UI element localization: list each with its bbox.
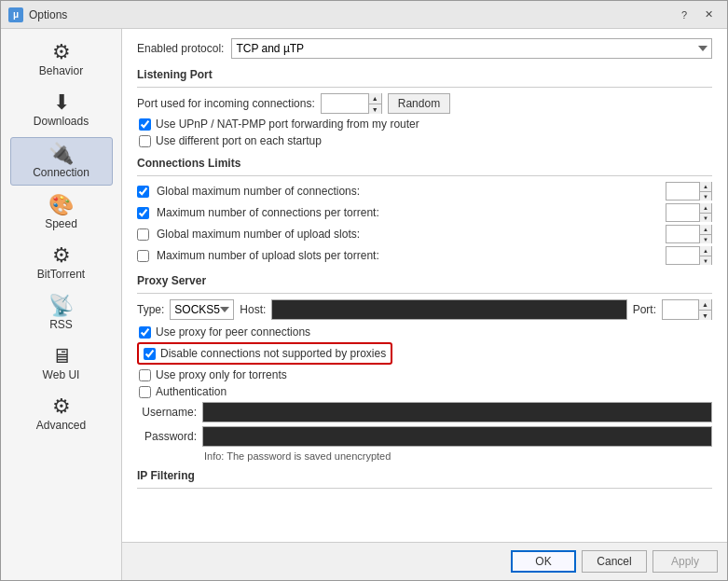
port-input[interactable]: 51503 [322,94,368,113]
downloads-icon: ⬇ [53,92,70,113]
use-proxy-peer-row: Use proxy for peer connections [139,325,712,339]
sidebar-label-rss: RSS [49,318,73,331]
limit-spin-buttons-3: ▲ ▼ [699,246,711,265]
sidebar-item-downloads[interactable]: ⬇ Downloads [10,87,113,133]
proxy-type-select[interactable]: SOCKS5 [170,299,234,320]
sidebar-item-advanced[interactable]: ⚙ Advanced [10,391,113,437]
limit-checkbox-2[interactable] [137,228,149,241]
diff-port-checkbox[interactable] [139,135,151,147]
proxy-port-input[interactable]: 1080 [663,300,698,319]
sidebar-label-bittorrent: BitTorrent [37,268,85,281]
disable-connections-label[interactable]: Disable connections not supported by pro… [160,347,386,360]
proxy-host-input[interactable] [271,299,626,320]
cancel-button[interactable]: Cancel [582,550,647,573]
sidebar-label-webui: Web UI [43,368,80,381]
ip-filtering-section-label: IP Filtering [137,469,712,482]
username-input[interactable] [202,402,712,422]
limit-spin-up-1[interactable]: ▲ [699,203,711,213]
speed-icon: 🎨 [48,195,74,215]
window-title: Options [29,8,673,21]
password-input[interactable] [202,426,712,447]
limit-spinner-3[interactable]: 4 ▲ ▼ [666,246,712,265]
limit-label-0[interactable]: Global maximum number of connections: [157,185,658,198]
upnp-checkbox[interactable] [139,118,151,131]
sidebar-item-connection[interactable]: 🔌 Connection [10,137,113,186]
limit-input-3[interactable]: 4 [666,247,699,264]
webui-icon: 🖥 [51,346,72,367]
diff-port-row: Use different port on each startup [139,134,712,147]
sidebar-item-bittorrent[interactable]: ⚙ BitTorrent [10,240,113,286]
proxy-type-row: Type: SOCKS5 Host: Port: 1080 ▲ ▼ [137,299,712,320]
limit-spin-down-3[interactable]: ▼ [699,256,711,265]
sidebar-label-behavior: Behavior [39,64,83,77]
port-spin-up[interactable]: ▲ [368,93,381,104]
limit-spinner-2[interactable]: 8 ▲ ▼ [666,225,712,243]
disable-connections-row: Disable connections not supported by pro… [137,342,392,365]
ip-filtering-divider [137,488,712,489]
port-spin-down[interactable]: ▼ [368,104,381,114]
upnp-row: Use UPnP / NAT-PMP port forwarding from … [139,118,712,131]
bittorrent-icon: ⚙ [52,245,71,266]
use-proxy-peer-checkbox[interactable] [139,326,151,339]
random-button[interactable]: Random [388,93,450,114]
ok-button[interactable]: OK [511,550,576,573]
limit-spin-down-2[interactable]: ▼ [699,234,711,243]
limit-spin-buttons-0: ▲ ▼ [699,182,711,201]
limit-label-3[interactable]: Maximum number of upload slots per torre… [157,249,658,262]
help-button[interactable]: ? [673,6,695,24]
proxy-only-row: Use proxy only for torrents [139,368,712,381]
listening-port-section-label: Listening Port [137,68,712,81]
apply-button[interactable]: Apply [652,550,718,573]
limit-label-1[interactable]: Maximum number of connections per torren… [157,206,658,219]
authentication-checkbox[interactable] [139,386,151,398]
limit-input-1[interactable]: 100 [666,204,699,221]
limit-checkbox-3[interactable] [137,250,149,262]
sidebar-item-speed[interactable]: 🎨 Speed [10,189,113,236]
password-label: Password: [137,430,197,443]
sidebar-label-connection: Connection [33,166,89,179]
disable-connections-checkbox[interactable] [144,348,156,360]
limit-spin-buttons-1: ▲ ▼ [699,203,711,222]
sidebar-label-downloads: Downloads [34,115,89,128]
limit-spin-up-0[interactable]: ▲ [699,182,711,191]
protocol-select[interactable]: TCP and µTP [231,38,712,59]
limit-spin-up-2[interactable]: ▲ [699,225,711,234]
sidebar-item-webui[interactable]: 🖥 Web UI [10,340,113,387]
content-area: ⚙ Behavior ⬇ Downloads 🔌 Connection 🎨 Sp… [1,29,727,580]
close-button[interactable]: ✕ [697,6,720,24]
scroll-spacer [137,494,712,532]
limit-row-2: Global maximum number of upload slots: 8… [137,225,712,243]
sidebar-item-behavior[interactable]: ⚙ Behavior [10,36,113,83]
limit-checkbox-1[interactable] [137,207,149,219]
limit-label-2[interactable]: Global maximum number of upload slots: [157,228,658,241]
port-spinner[interactable]: 51503 ▲ ▼ [321,93,382,114]
limit-spinner-1[interactable]: 100 ▲ ▼ [666,203,712,222]
authentication-row: Authentication [139,385,712,398]
sidebar-item-rss[interactable]: 📡 RSS [10,290,113,337]
limit-spin-up-3[interactable]: ▲ [699,246,711,256]
diff-port-label[interactable]: Use different port on each startup [156,134,322,147]
connections-divider [137,175,712,176]
proxy-port-down[interactable]: ▼ [698,310,711,320]
listening-divider [137,87,712,88]
proxy-section-label: Proxy Server [137,274,712,287]
limit-spin-down-1[interactable]: ▼ [699,213,711,222]
proxy-port-label: Port: [633,303,656,316]
main-scroll[interactable]: Enabled protocol: TCP and µTP Listening … [122,29,727,542]
upnp-label[interactable]: Use UPnP / NAT-PMP port forwarding from … [156,118,419,131]
use-proxy-peer-label[interactable]: Use proxy for peer connections [156,325,310,339]
limit-spin-down-0[interactable]: ▼ [699,191,711,201]
app-icon: μ [8,7,23,22]
limit-input-0[interactable]: 500 [666,183,699,200]
authentication-label[interactable]: Authentication [156,385,227,398]
limit-input-2[interactable]: 8 [666,226,699,242]
limit-spinner-0[interactable]: 500 ▲ ▼ [666,182,712,201]
proxy-port-up[interactable]: ▲ [698,299,711,310]
sidebar: ⚙ Behavior ⬇ Downloads 🔌 Connection 🎨 Sp… [1,29,122,580]
limit-checkbox-0[interactable] [137,186,149,198]
proxy-port-spinner[interactable]: 1080 ▲ ▼ [662,299,712,320]
proxy-only-label[interactable]: Use proxy only for torrents [156,368,287,381]
proxy-type-label: Type: [137,303,164,316]
port-label: Port used for incoming connections: [137,97,315,110]
proxy-only-checkbox[interactable] [139,369,151,381]
